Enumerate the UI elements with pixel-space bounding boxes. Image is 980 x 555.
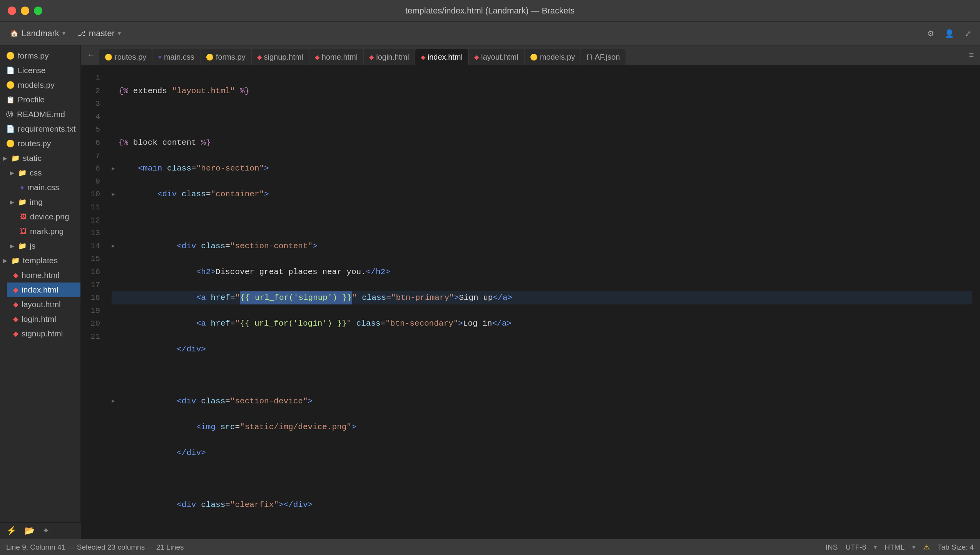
minimize-button[interactable] bbox=[21, 7, 29, 15]
html-icon: ◆ bbox=[13, 300, 18, 309]
html-file-icon: ◆ bbox=[421, 53, 425, 61]
html-file-icon: ◆ bbox=[315, 53, 319, 61]
project-selector[interactable]: 🏠 Landmark ▾ bbox=[6, 26, 69, 41]
branch-selector[interactable]: ⎇ master ▾ bbox=[74, 26, 125, 41]
sidebar-folder-label: css bbox=[30, 168, 42, 177]
ins-indicator[interactable]: INS bbox=[826, 543, 838, 552]
window-title: templates/index.html (Landmark) — Bracke… bbox=[405, 6, 575, 16]
sidebar-item-main-css[interactable]: ● main.css bbox=[14, 180, 80, 195]
statusbar: Line 9, Column 41 — Selected 23 columns … bbox=[0, 539, 980, 555]
code-line-3: {% block content %} bbox=[112, 136, 972, 149]
sidebar-folder-img[interactable]: ▶ 📁 img bbox=[7, 195, 80, 209]
sidebar-file-label: forms.py bbox=[18, 51, 49, 60]
sidebar-folder-templates[interactable]: ▶ 📁 templates bbox=[0, 253, 80, 268]
tab-label: home.html bbox=[322, 53, 358, 62]
titlebar: templates/index.html (Landmark) — Bracke… bbox=[0, 0, 980, 22]
folder-icon: 📁 bbox=[18, 198, 27, 206]
json-file-icon: { } bbox=[587, 53, 592, 60]
tab-af-json[interactable]: { } AF.json bbox=[581, 49, 625, 65]
sidebar-folder-css[interactable]: ▶ 📁 css bbox=[7, 165, 80, 180]
tab-login-html[interactable]: ◆ login.html bbox=[364, 49, 415, 65]
tab-forms-py[interactable]: 🟡 forms.py bbox=[201, 49, 251, 65]
code-line-10: <a href="{{ url_for('login') }}" class="… bbox=[112, 317, 972, 330]
code-line-8: <h2>Discover great places near you.</h2> bbox=[112, 266, 972, 279]
encoding-selector[interactable]: UTF-8 bbox=[845, 543, 866, 552]
editor-area: ← 🟡 routes.py ● main.css 🟡 forms.py bbox=[81, 45, 980, 539]
bottom-bolt-icon[interactable]: ✦ bbox=[42, 526, 49, 536]
tab-size-selector[interactable]: Tab Size: 4 bbox=[938, 543, 974, 552]
sidebar-file-label: Procfile bbox=[18, 95, 45, 104]
tab-label: AF.json bbox=[595, 53, 620, 62]
python-icon: 🟡 bbox=[6, 52, 15, 60]
tab-signup-html[interactable]: ◆ signup.html bbox=[252, 49, 309, 65]
image-icon: 🖼 bbox=[20, 227, 27, 236]
sidebar-item-requirements[interactable]: 📄 requirements.txt bbox=[0, 122, 80, 136]
folder-icon: 📁 bbox=[11, 256, 20, 265]
cursor-position: Line 9, Column 41 — Selected 23 columns … bbox=[6, 543, 184, 551]
mode-selector[interactable]: HTML bbox=[885, 543, 905, 552]
sidebar-item-routes-py[interactable]: 🟡 routes.py bbox=[0, 136, 80, 151]
sidebar-item-procfile[interactable]: 📋 Procfile bbox=[0, 92, 80, 107]
tab-more-button[interactable]: ≡ bbox=[966, 48, 977, 62]
html-icon: ◆ bbox=[13, 329, 18, 338]
tab-routes-py[interactable]: 🟡 routes.py bbox=[99, 49, 152, 65]
folder-icon: 📁 bbox=[18, 169, 27, 177]
sidebar-item-signup-html[interactable]: ◆ signup.html bbox=[7, 326, 80, 341]
sidebar-file-label: models.py bbox=[18, 80, 55, 90]
tab-home-html[interactable]: ◆ home.html bbox=[309, 49, 363, 65]
sidebar-file-label: layout.html bbox=[22, 300, 61, 309]
code-line-12 bbox=[112, 369, 972, 382]
sidebar-item-forms-py[interactable]: 🟡 forms.py bbox=[0, 48, 80, 63]
sidebar-folder-static[interactable]: ▶ 📁 static bbox=[0, 151, 80, 165]
sidebar-file-label: License bbox=[18, 66, 45, 75]
css-file-icon: ● bbox=[158, 53, 162, 60]
project-icon: 🏠 bbox=[10, 29, 18, 38]
code-line-16 bbox=[112, 472, 972, 485]
sidebar-item-layout-html[interactable]: ◆ layout.html bbox=[7, 297, 80, 312]
tab-main-css[interactable]: ● main.css bbox=[152, 49, 200, 65]
tab-bar: ← 🟡 routes.py ● main.css 🟡 forms.py bbox=[81, 45, 980, 65]
sidebar-item-readme[interactable]: Ⓜ README.md bbox=[0, 107, 80, 122]
window-controls bbox=[8, 7, 42, 15]
tab-index-html[interactable]: ◆ index.html bbox=[415, 49, 468, 65]
tab-back-button[interactable]: ← bbox=[84, 48, 99, 62]
code-line-15: </div> bbox=[112, 446, 972, 460]
sidebar-item-home-html[interactable]: ◆ home.html bbox=[7, 268, 80, 283]
sidebar-item-login-html[interactable]: ◆ login.html bbox=[7, 312, 80, 326]
toolbar-icons: ⚙ 👤 ⤢ bbox=[925, 27, 974, 40]
toolbar: 🏠 Landmark ▾ ⎇ master ▾ ⚙ 👤 ⤢ bbox=[0, 22, 980, 45]
expand-icon[interactable]: ⤢ bbox=[962, 27, 974, 40]
maximize-button[interactable] bbox=[34, 7, 42, 15]
sidebar-item-index-html[interactable]: ◆ index.html bbox=[7, 283, 80, 297]
folder-children-img: 🖼 device.png 🖼 mark.png bbox=[7, 209, 80, 239]
tab-models-py[interactable]: 🟡 models.py bbox=[525, 49, 580, 65]
python-icon: 🟡 bbox=[6, 139, 15, 148]
tab-label: main.css bbox=[164, 53, 194, 62]
close-button[interactable] bbox=[8, 7, 16, 15]
sidebar-folder-label: templates bbox=[23, 256, 58, 265]
sidebar-item-license[interactable]: 📄 License bbox=[0, 63, 80, 78]
code-container[interactable]: 1 2 3 4 5 6 7 8 9 10 11 12 13 14 15 16 1 bbox=[81, 65, 980, 539]
sidebar-file-label: README.md bbox=[17, 110, 65, 119]
tab-label: index.html bbox=[428, 53, 463, 62]
file-icon: 📋 bbox=[6, 95, 15, 104]
branch-dropdown-icon: ▾ bbox=[118, 30, 121, 37]
sidebar-item-models-py[interactable]: 🟡 models.py bbox=[0, 78, 80, 92]
tab-layout-html[interactable]: ◆ layout.html bbox=[469, 49, 524, 65]
statusbar-position: Line 9, Column 41 — Selected 23 columns … bbox=[6, 543, 819, 552]
tab-label: login.html bbox=[376, 53, 409, 62]
code-editor[interactable]: {% extends "layout.html" %} {% block con… bbox=[104, 65, 980, 539]
image-icon: 🖼 bbox=[20, 213, 27, 221]
bottom-lightning-icon[interactable]: ⚡ bbox=[6, 526, 17, 536]
settings-icon[interactable]: ⚙ bbox=[925, 27, 937, 40]
project-label: Landmark bbox=[22, 28, 59, 38]
user-icon[interactable]: 👤 bbox=[943, 27, 955, 40]
sidebar-item-mark-png[interactable]: 🖼 mark.png bbox=[14, 224, 80, 239]
bottom-folder-icon[interactable]: 📂 bbox=[24, 526, 35, 536]
app-layout: 🏠 Landmark ▾ ⎇ master ▾ ⚙ 👤 ⤢ 🟡 forms.py… bbox=[0, 22, 980, 555]
sidebar-item-device-png[interactable]: 🖼 device.png bbox=[14, 209, 80, 224]
encoding-dropdown-icon: ▾ bbox=[874, 543, 877, 551]
sidebar-file-label: routes.py bbox=[18, 139, 51, 148]
sidebar-folder-js[interactable]: ▶ 📁 js bbox=[7, 239, 80, 253]
sidebar-folder-label: img bbox=[30, 197, 43, 207]
